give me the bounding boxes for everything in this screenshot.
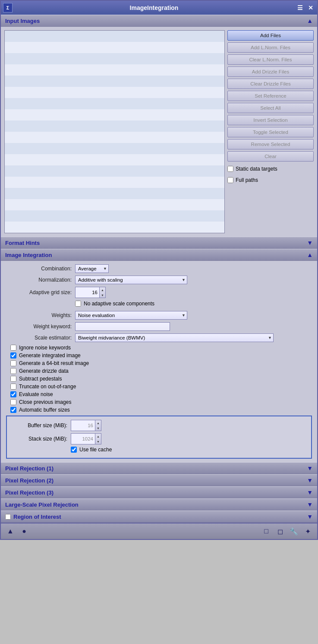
generate-integrated-checkbox[interactable] xyxy=(10,352,16,358)
set-reference-button[interactable]: Set Reference xyxy=(227,91,314,101)
scale-estimator-select-wrapper: Biweight midvariance (BWMV) Rousseeuw/Cr… xyxy=(75,333,274,342)
buffer-size-down[interactable]: ▼ xyxy=(95,425,101,431)
close-button[interactable]: ✕ xyxy=(306,4,315,11)
static-data-targets-checkbox[interactable] xyxy=(227,166,233,172)
minimize-button[interactable]: ☰ xyxy=(296,4,305,11)
generate-integrated-label: Generate integrated image xyxy=(19,352,81,358)
stack-size-label: Stack size (MiB): xyxy=(10,436,71,442)
weight-keyword-row: Weight keyword: xyxy=(6,322,312,331)
normalization-select[interactable]: Additive with scaling Multiplicative wit… xyxy=(75,276,187,284)
truncate-range-label: Truncate on out-of-range xyxy=(19,384,76,390)
add-lnorm-button[interactable]: Add L.Norm. Files xyxy=(227,42,314,53)
input-images-header[interactable]: Input Images ▲ xyxy=(1,15,317,27)
clear-drizzle-button[interactable]: Clear Drizzle Files xyxy=(227,79,314,89)
format-hints-title: Format Hints xyxy=(5,240,40,246)
pixel-rejection-2-arrow: ▼ xyxy=(307,477,313,484)
use-file-cache-label: Use file cache xyxy=(79,447,112,453)
adaptive-grid-input[interactable] xyxy=(76,287,99,298)
remove-selected-button[interactable]: Remove Selected xyxy=(227,139,314,149)
full-paths-checkbox[interactable] xyxy=(227,177,233,183)
weight-keyword-input[interactable] xyxy=(75,322,170,331)
truncate-range-checkbox[interactable] xyxy=(10,384,16,390)
page-icon[interactable]: ◻ xyxy=(275,526,285,536)
format-hints-header[interactable]: Format Hints ▼ xyxy=(1,237,317,249)
no-adaptive-label: No adaptive scale components xyxy=(84,301,154,307)
stack-size-spinbox: ▲ ▼ xyxy=(71,433,101,444)
adaptive-grid-label: Adaptive grid size: xyxy=(6,289,75,295)
invert-selection-button[interactable]: Invert Selection xyxy=(227,115,314,125)
bottom-bar: ▲ ● □ ◻ 🔧 ✦ xyxy=(1,523,317,539)
static-data-targets-label: Static data targets xyxy=(236,166,277,172)
buttons-panel: Add Files Add L.Norm. Files Clear L.Norm… xyxy=(227,30,314,233)
generate-drizzle-label: Generate drizzle data xyxy=(19,368,69,374)
stack-size-down[interactable]: ▼ xyxy=(95,439,101,444)
pixel-rejection-1-title: Pixel Rejection (1) xyxy=(5,465,54,472)
select-all-button[interactable]: Select All xyxy=(227,103,314,113)
generate-64bit-row: Generate a 64-bit result image xyxy=(10,360,312,366)
list-item xyxy=(5,76,224,87)
file-list[interactable] xyxy=(4,30,225,233)
clear-lnorm-button[interactable]: Clear L.Norm. Files xyxy=(227,54,314,65)
roi-checkbox[interactable] xyxy=(5,514,11,520)
automatic-buffer-checkbox[interactable] xyxy=(10,407,16,413)
scale-estimator-select[interactable]: Biweight midvariance (BWMV) Rousseeuw/Cr… xyxy=(75,333,274,342)
add-files-button[interactable]: Add Files xyxy=(227,30,314,41)
integration-body: Combination: Average Median Minimum Maxi… xyxy=(1,261,317,462)
triangle-icon[interactable]: ▲ xyxy=(5,526,16,536)
stack-size-up[interactable]: ▲ xyxy=(95,434,101,439)
pixel-rejection-2-header[interactable]: Pixel Rejection (2) ▼ xyxy=(1,474,317,486)
generate-drizzle-checkbox[interactable] xyxy=(10,368,16,374)
use-file-cache-row: Use file cache xyxy=(71,447,308,453)
list-item xyxy=(5,121,224,132)
adaptive-grid-up[interactable]: ▲ xyxy=(100,287,105,292)
generate-64bit-checkbox[interactable] xyxy=(10,360,16,366)
image-integration-title: Image Integration xyxy=(5,252,52,258)
ignore-noise-label: Ignore noise keywords xyxy=(19,345,71,351)
roi-header[interactable]: Region of Interest ▼ xyxy=(1,511,317,523)
titlebar: Σ ImageIntegration ☰ ✕ xyxy=(1,1,317,15)
bottom-right: □ ◻ 🔧 ✦ xyxy=(261,526,313,536)
ignore-noise-row: Ignore noise keywords xyxy=(10,345,312,351)
scale-estimator-label: Scale estimator: xyxy=(6,335,75,341)
buffer-size-up[interactable]: ▲ xyxy=(95,420,101,425)
image-integration-header[interactable]: Image Integration ▲ xyxy=(1,249,317,261)
no-adaptive-checkbox[interactable] xyxy=(75,301,81,307)
combination-select-wrapper: Average Median Minimum Maximum xyxy=(75,264,109,273)
combination-label: Combination: xyxy=(6,266,75,272)
spinbox-arrows: ▲ ▼ xyxy=(99,287,105,298)
pixel-rejection-1-arrow: ▼ xyxy=(307,465,313,472)
adaptive-grid-down[interactable]: ▼ xyxy=(100,292,105,298)
square-icon[interactable]: □ xyxy=(261,526,271,536)
list-item xyxy=(5,64,224,76)
pixel-rejection-3-header[interactable]: Pixel Rejection (3) ▼ xyxy=(1,486,317,498)
wrench-icon[interactable]: 🔧 xyxy=(289,526,299,536)
close-previous-checkbox[interactable] xyxy=(10,399,16,405)
weights-select[interactable]: Noise evaluation FITS keyword Signal Med… xyxy=(75,311,187,320)
toggle-selected-button[interactable]: Toggle Selected xyxy=(227,127,314,137)
integration-checkboxes: Ignore noise keywords Generate integrate… xyxy=(10,345,312,413)
subtract-pedestals-label: Subtract pedestals xyxy=(19,376,62,382)
weight-keyword-label: Weight keyword: xyxy=(6,324,75,330)
evaluate-noise-checkbox[interactable] xyxy=(10,391,16,397)
pixel-rejection-3-title: Pixel Rejection (3) xyxy=(5,489,54,496)
clear-button[interactable]: Clear xyxy=(227,151,314,162)
ignore-noise-checkbox[interactable] xyxy=(10,345,16,351)
add-drizzle-button[interactable]: Add Drizzle Files xyxy=(227,67,314,77)
weights-select-wrapper: Noise evaluation FITS keyword Signal Med… xyxy=(75,311,187,320)
list-item xyxy=(5,31,224,42)
use-file-cache-checkbox[interactable] xyxy=(71,447,77,453)
buffer-size-row: Buffer size (MiB): ▲ ▼ xyxy=(10,420,308,431)
full-paths-row: Full paths xyxy=(227,176,314,184)
buffer-size-input[interactable] xyxy=(71,420,95,431)
pixel-rejection-1-header[interactable]: Pixel Rejection (1) ▼ xyxy=(1,462,317,474)
expand-icon[interactable]: ✦ xyxy=(302,526,313,536)
subtract-pedestals-checkbox[interactable] xyxy=(10,376,16,382)
pixel-rejection-2-title: Pixel Rejection (2) xyxy=(5,477,54,484)
normalization-label: Normalization: xyxy=(6,277,75,283)
list-item xyxy=(5,154,224,165)
stack-size-input[interactable] xyxy=(71,434,95,444)
circle-icon[interactable]: ● xyxy=(19,526,29,536)
large-scale-rejection-header[interactable]: Large-Scale Pixel Rejection ▼ xyxy=(1,498,317,511)
combination-select[interactable]: Average Median Minimum Maximum xyxy=(75,264,109,273)
list-item xyxy=(5,132,224,143)
